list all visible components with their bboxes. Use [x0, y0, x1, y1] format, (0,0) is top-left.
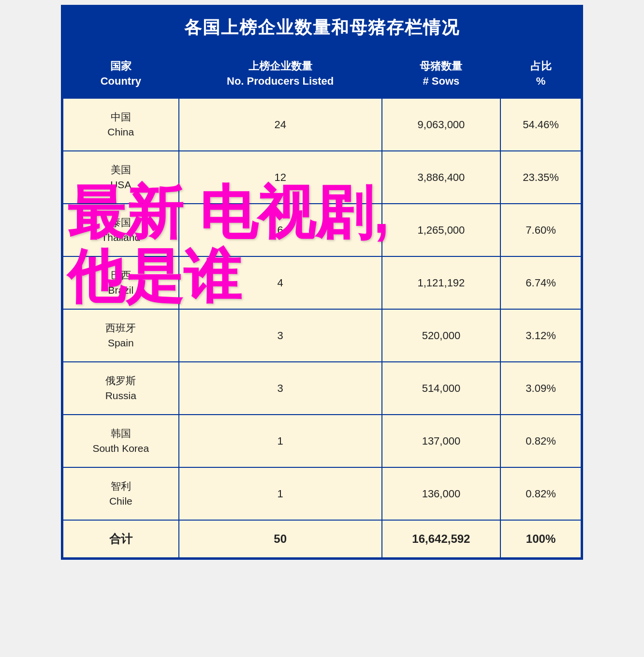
cell-pct: 0.82%: [500, 467, 581, 520]
cell-producers: 12: [179, 151, 382, 204]
cell-country: 俄罗斯Russia: [63, 362, 179, 415]
cell-country: 智利Chile: [63, 467, 179, 520]
cell-producers: 3: [179, 309, 382, 362]
cell-pct: 0.82%: [500, 415, 581, 467]
cell-sows: 136,000: [382, 467, 500, 520]
table-row: 韩国South Korea1137,0000.82%: [63, 415, 581, 467]
footer-row: 合计 50 16,642,592 100%: [63, 520, 581, 558]
footer-sows: 16,642,592: [382, 520, 500, 558]
cell-country: 中国China: [63, 98, 179, 151]
cell-sows: 1,265,000: [382, 204, 500, 256]
table-title: 各国上榜企业数量和母猪存栏情况: [62, 6, 582, 49]
cell-sows: 1,121,192: [382, 256, 500, 309]
cell-producers: 1: [179, 467, 382, 520]
table-row: 泰国Thailand61,265,0007.60%: [63, 204, 581, 256]
cell-pct: 3.09%: [500, 362, 581, 415]
footer-pct: 100%: [500, 520, 581, 558]
cell-country: 韩国South Korea: [63, 415, 179, 467]
cell-country: 巴西Brazil: [63, 256, 179, 309]
cell-sows: 137,000: [382, 415, 500, 467]
table-row: 智利Chile1136,0000.82%: [63, 467, 581, 520]
cell-pct: 6.74%: [500, 256, 581, 309]
cell-country: 美国USA: [63, 151, 179, 204]
cell-pct: 54.46%: [500, 98, 581, 151]
table-row: 巴西Brazil41,121,1926.74%: [63, 256, 581, 309]
main-container: 各国上榜企业数量和母猪存栏情况 国家 Country 上榜企业数量 No. Pr…: [61, 5, 583, 560]
cell-country: 西班牙Spain: [63, 309, 179, 362]
cell-sows: 9,063,000: [382, 98, 500, 151]
table-row: 西班牙Spain3520,0003.12%: [63, 309, 581, 362]
cell-country: 泰国Thailand: [63, 204, 179, 256]
col-header-country: 国家 Country: [63, 50, 179, 98]
cell-producers: 24: [179, 98, 382, 151]
cell-pct: 7.60%: [500, 204, 581, 256]
cell-producers: 3: [179, 362, 382, 415]
cell-pct: 23.35%: [500, 151, 581, 204]
cell-producers: 6: [179, 204, 382, 256]
table-row: 中国China249,063,00054.46%: [63, 98, 581, 151]
cell-sows: 520,000: [382, 309, 500, 362]
table-row: 俄罗斯Russia3514,0003.09%: [63, 362, 581, 415]
col-header-pct: 占比 %: [500, 50, 581, 98]
cell-producers: 4: [179, 256, 382, 309]
cell-producers: 1: [179, 415, 382, 467]
footer-producers: 50: [179, 520, 382, 558]
cell-sows: 3,886,400: [382, 151, 500, 204]
cell-sows: 514,000: [382, 362, 500, 415]
header-row: 国家 Country 上榜企业数量 No. Producers Listed 母…: [63, 50, 581, 98]
data-table: 国家 Country 上榜企业数量 No. Producers Listed 母…: [62, 49, 582, 558]
col-header-sows: 母猪数量 # Sows: [382, 50, 500, 98]
footer-label: 合计: [63, 520, 179, 558]
col-header-producers: 上榜企业数量 No. Producers Listed: [179, 50, 382, 98]
cell-pct: 3.12%: [500, 309, 581, 362]
table-row: 美国USA123,886,40023.35%: [63, 151, 581, 204]
